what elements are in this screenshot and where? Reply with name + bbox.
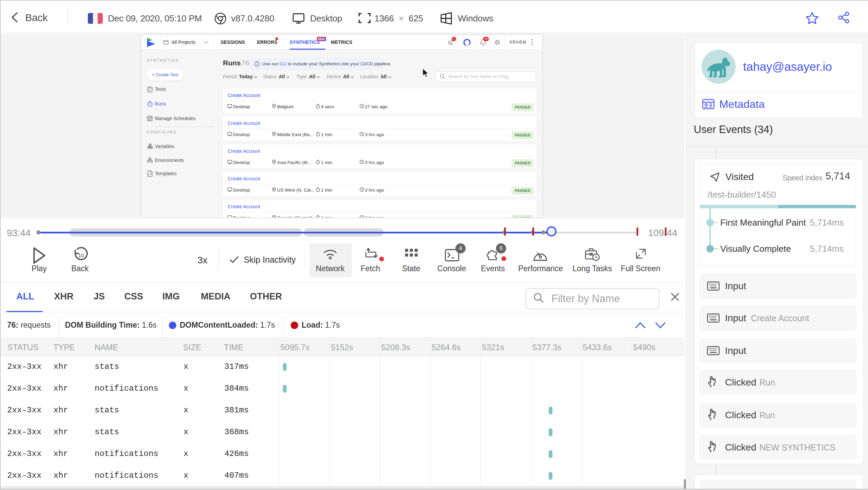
- svg-text:10: 10: [78, 252, 84, 258]
